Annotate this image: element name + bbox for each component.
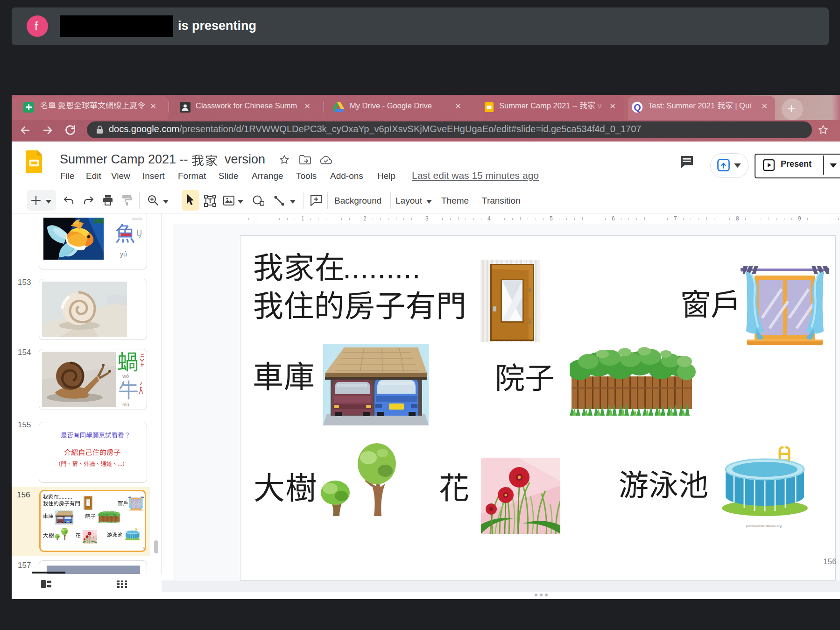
svg-text:publicdomainvectors.org: publicdomainvectors.org	[129, 541, 136, 542]
svg-text:Q: Q	[634, 102, 641, 113]
svg-text:publicdomainvectors.org: publicdomainvectors.org	[746, 524, 782, 528]
